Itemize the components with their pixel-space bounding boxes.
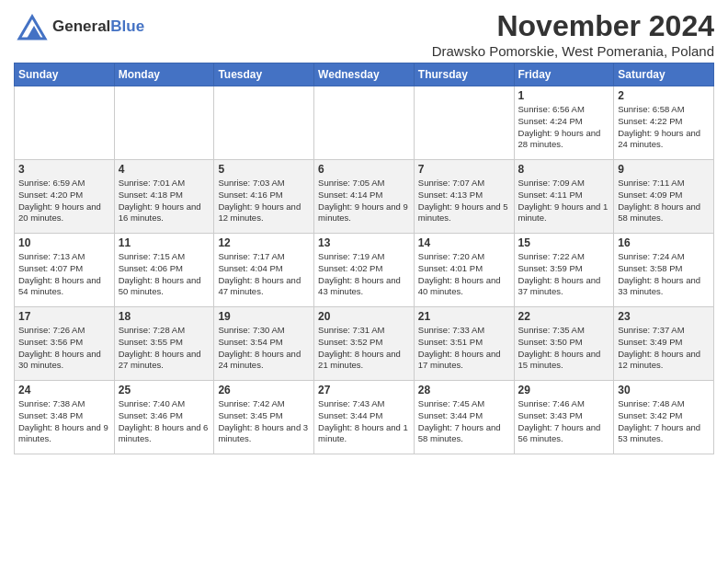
day-number: 9 bbox=[618, 163, 710, 176]
calendar-cell bbox=[15, 86, 115, 160]
day-info: Sunrise: 7:35 AM Sunset: 3:50 PM Dayligh… bbox=[518, 325, 610, 372]
day-info: Sunrise: 7:13 AM Sunset: 4:07 PM Dayligh… bbox=[18, 251, 110, 298]
day-info: Sunrise: 7:24 AM Sunset: 3:58 PM Dayligh… bbox=[618, 251, 710, 298]
day-number: 5 bbox=[218, 163, 310, 176]
day-number: 13 bbox=[318, 236, 410, 249]
calendar-cell: 25Sunrise: 7:40 AM Sunset: 3:46 PM Dayli… bbox=[114, 381, 214, 454]
day-info: Sunrise: 6:59 AM Sunset: 4:20 PM Dayligh… bbox=[18, 178, 110, 224]
day-number: 6 bbox=[318, 163, 410, 176]
day-info: Sunrise: 7:28 AM Sunset: 3:55 PM Dayligh… bbox=[119, 325, 210, 372]
calendar-cell: 8Sunrise: 7:09 AM Sunset: 4:11 PM Daylig… bbox=[514, 160, 614, 234]
logo-text: General Blue bbox=[52, 17, 144, 36]
weekday-header: Thursday bbox=[414, 63, 514, 86]
day-info: Sunrise: 7:11 AM Sunset: 4:09 PM Dayligh… bbox=[618, 178, 710, 224]
weekday-header: Wednesday bbox=[314, 63, 415, 86]
calendar-cell: 28Sunrise: 7:45 AM Sunset: 3:44 PM Dayli… bbox=[414, 381, 514, 454]
calendar-week-row: 10Sunrise: 7:13 AM Sunset: 4:07 PM Dayli… bbox=[15, 234, 714, 307]
day-info: Sunrise: 6:58 AM Sunset: 4:22 PM Dayligh… bbox=[618, 104, 710, 151]
day-info: Sunrise: 7:22 AM Sunset: 3:59 PM Dayligh… bbox=[518, 251, 610, 298]
weekday-header: Friday bbox=[514, 63, 614, 86]
day-number: 14 bbox=[418, 236, 510, 249]
day-info: Sunrise: 7:48 AM Sunset: 3:42 PM Dayligh… bbox=[618, 398, 710, 445]
calendar-cell bbox=[414, 86, 514, 160]
day-number: 26 bbox=[218, 384, 310, 396]
day-number: 16 bbox=[618, 236, 710, 249]
calendar-cell: 10Sunrise: 7:13 AM Sunset: 4:07 PM Dayli… bbox=[15, 234, 115, 307]
day-info: Sunrise: 7:31 AM Sunset: 3:52 PM Dayligh… bbox=[318, 325, 410, 372]
day-info: Sunrise: 7:30 AM Sunset: 3:54 PM Dayligh… bbox=[218, 325, 310, 372]
day-info: Sunrise: 7:15 AM Sunset: 4:06 PM Dayligh… bbox=[119, 251, 210, 298]
day-number: 10 bbox=[18, 236, 110, 249]
calendar-cell: 15Sunrise: 7:22 AM Sunset: 3:59 PM Dayli… bbox=[514, 234, 614, 307]
calendar-cell: 24Sunrise: 7:38 AM Sunset: 3:48 PM Dayli… bbox=[15, 381, 115, 454]
calendar-table: SundayMondayTuesdayWednesdayThursdayFrid… bbox=[14, 63, 714, 454]
location-title: Drawsko Pomorskie, West Pomerania, Polan… bbox=[432, 43, 714, 59]
day-info: Sunrise: 7:37 AM Sunset: 3:49 PM Dayligh… bbox=[618, 325, 710, 372]
weekday-header: Saturday bbox=[614, 63, 714, 86]
day-info: Sunrise: 7:05 AM Sunset: 4:14 PM Dayligh… bbox=[318, 178, 410, 224]
day-number: 28 bbox=[418, 384, 510, 396]
day-info: Sunrise: 6:56 AM Sunset: 4:24 PM Dayligh… bbox=[518, 104, 610, 151]
day-number: 7 bbox=[418, 163, 510, 176]
day-info: Sunrise: 7:03 AM Sunset: 4:16 PM Dayligh… bbox=[218, 178, 310, 224]
weekday-header: Tuesday bbox=[214, 63, 314, 86]
calendar-cell: 12Sunrise: 7:17 AM Sunset: 4:04 PM Dayli… bbox=[214, 234, 314, 307]
day-info: Sunrise: 7:33 AM Sunset: 3:51 PM Dayligh… bbox=[418, 325, 510, 372]
calendar-cell: 13Sunrise: 7:19 AM Sunset: 4:02 PM Dayli… bbox=[314, 234, 415, 307]
calendar-cell: 1Sunrise: 6:56 AM Sunset: 4:24 PM Daylig… bbox=[514, 86, 614, 160]
calendar-cell bbox=[214, 86, 314, 160]
calendar-cell: 29Sunrise: 7:46 AM Sunset: 3:43 PM Dayli… bbox=[514, 381, 614, 454]
calendar-week-row: 17Sunrise: 7:26 AM Sunset: 3:56 PM Dayli… bbox=[15, 307, 714, 381]
calendar-cell: 26Sunrise: 7:42 AM Sunset: 3:45 PM Dayli… bbox=[214, 381, 314, 454]
month-title: November 2024 bbox=[432, 9, 714, 43]
day-number: 21 bbox=[418, 310, 510, 323]
day-info: Sunrise: 7:07 AM Sunset: 4:13 PM Dayligh… bbox=[418, 178, 510, 224]
calendar-cell: 30Sunrise: 7:48 AM Sunset: 3:42 PM Dayli… bbox=[614, 381, 714, 454]
day-info: Sunrise: 7:17 AM Sunset: 4:04 PM Dayligh… bbox=[218, 251, 310, 298]
calendar-cell: 9Sunrise: 7:11 AM Sunset: 4:09 PM Daylig… bbox=[614, 160, 714, 234]
day-info: Sunrise: 7:19 AM Sunset: 4:02 PM Dayligh… bbox=[318, 251, 410, 298]
day-info: Sunrise: 7:45 AM Sunset: 3:44 PM Dayligh… bbox=[418, 398, 510, 445]
calendar-week-row: 1Sunrise: 6:56 AM Sunset: 4:24 PM Daylig… bbox=[15, 86, 714, 160]
calendar-cell: 27Sunrise: 7:43 AM Sunset: 3:44 PM Dayli… bbox=[314, 381, 415, 454]
day-number: 23 bbox=[618, 310, 710, 323]
day-number: 27 bbox=[318, 384, 410, 396]
day-number: 24 bbox=[18, 384, 110, 396]
calendar-cell: 22Sunrise: 7:35 AM Sunset: 3:50 PM Dayli… bbox=[514, 307, 614, 381]
day-info: Sunrise: 7:26 AM Sunset: 3:56 PM Dayligh… bbox=[18, 325, 110, 372]
day-number: 30 bbox=[618, 384, 710, 396]
calendar-cell: 21Sunrise: 7:33 AM Sunset: 3:51 PM Dayli… bbox=[414, 307, 514, 381]
calendar-week-row: 24Sunrise: 7:38 AM Sunset: 3:48 PM Dayli… bbox=[15, 381, 714, 454]
logo-blue: Blue bbox=[110, 17, 144, 36]
day-number: 4 bbox=[119, 163, 210, 176]
day-info: Sunrise: 7:46 AM Sunset: 3:43 PM Dayligh… bbox=[518, 398, 610, 445]
calendar-cell: 14Sunrise: 7:20 AM Sunset: 4:01 PM Dayli… bbox=[414, 234, 514, 307]
day-info: Sunrise: 7:43 AM Sunset: 3:44 PM Dayligh… bbox=[318, 398, 410, 445]
calendar-cell: 7Sunrise: 7:07 AM Sunset: 4:13 PM Daylig… bbox=[414, 160, 514, 234]
weekday-header: Sunday bbox=[15, 63, 115, 86]
title-section: November 2024 Drawsko Pomorskie, West Po… bbox=[432, 9, 714, 59]
calendar-cell: 6Sunrise: 7:05 AM Sunset: 4:14 PM Daylig… bbox=[314, 160, 415, 234]
calendar-cell: 17Sunrise: 7:26 AM Sunset: 3:56 PM Dayli… bbox=[15, 307, 115, 381]
day-number: 15 bbox=[518, 236, 610, 249]
day-number: 2 bbox=[618, 89, 710, 102]
day-info: Sunrise: 7:20 AM Sunset: 4:01 PM Dayligh… bbox=[418, 251, 510, 298]
day-info: Sunrise: 7:40 AM Sunset: 3:46 PM Dayligh… bbox=[119, 398, 210, 445]
day-number: 25 bbox=[119, 384, 210, 396]
calendar-cell: 2Sunrise: 6:58 AM Sunset: 4:22 PM Daylig… bbox=[614, 86, 714, 160]
calendar-cell: 4Sunrise: 7:01 AM Sunset: 4:18 PM Daylig… bbox=[114, 160, 214, 234]
logo-general: General bbox=[52, 17, 110, 36]
calendar-cell: 20Sunrise: 7:31 AM Sunset: 3:52 PM Dayli… bbox=[314, 307, 415, 381]
calendar-cell: 16Sunrise: 7:24 AM Sunset: 3:58 PM Dayli… bbox=[614, 234, 714, 307]
day-number: 3 bbox=[18, 163, 110, 176]
calendar-cell bbox=[314, 86, 415, 160]
day-number: 18 bbox=[119, 310, 210, 323]
day-number: 1 bbox=[518, 89, 610, 102]
calendar-cell: 19Sunrise: 7:30 AM Sunset: 3:54 PM Dayli… bbox=[214, 307, 314, 381]
logo: General Blue bbox=[14, 9, 144, 44]
page-header: General Blue November 2024 Drawsko Pomor… bbox=[14, 9, 714, 59]
day-info: Sunrise: 7:01 AM Sunset: 4:18 PM Dayligh… bbox=[119, 178, 210, 224]
logo-icon bbox=[14, 9, 49, 44]
calendar-cell: 18Sunrise: 7:28 AM Sunset: 3:55 PM Dayli… bbox=[114, 307, 214, 381]
day-number: 11 bbox=[119, 236, 210, 249]
